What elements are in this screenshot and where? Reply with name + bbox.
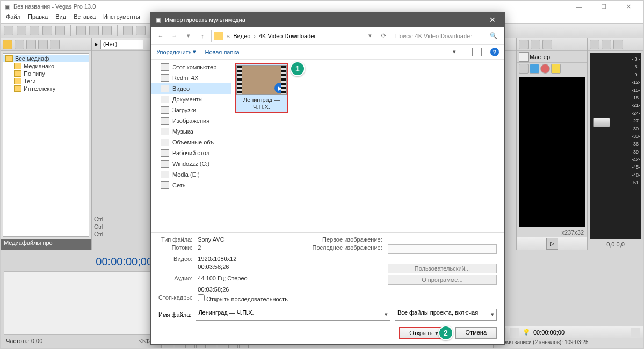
help-icon[interactable]: ? xyxy=(490,48,499,56)
dialog-close-icon[interactable]: ✕ xyxy=(485,16,500,24)
open-icon[interactable] xyxy=(17,26,26,35)
search-icon[interactable]: 🔍 xyxy=(490,32,497,39)
disable-icon[interactable] xyxy=(540,64,550,74)
downmix-icon[interactable] xyxy=(602,40,611,49)
filename-field[interactable]: Ленинград — Ч.П.Х. xyxy=(196,309,390,321)
nav-item-dev[interactable]: Redmi 4X xyxy=(151,72,231,83)
filetype-label: Тип файла: xyxy=(158,236,192,243)
tree-item[interactable]: Теги xyxy=(24,78,35,84)
dialog-titlebar[interactable]: ▣ Импортировать мультимедиа ✕ xyxy=(151,12,504,27)
meter-scale: - 3 -- 6 -- 9 --12--15--18--21--24--27--… xyxy=(632,55,640,187)
menu-file[interactable]: Файл xyxy=(6,13,20,22)
preview-ext-icon[interactable] xyxy=(531,40,540,49)
still-checkbox[interactable]: Открыть последовательность xyxy=(198,294,307,302)
nav-item-vid[interactable]: Видео xyxy=(151,83,231,94)
mute-icon[interactable] xyxy=(530,64,539,74)
volume-slider[interactable] xyxy=(593,118,610,127)
import-icon[interactable] xyxy=(15,40,24,49)
lightning-icon[interactable] xyxy=(3,40,12,49)
nav-item-desk[interactable]: Рабочий стол xyxy=(151,148,231,158)
file-pane[interactable]: ▶ Ленинград —Ч.П.Х. xyxy=(231,60,504,232)
tree-item[interactable]: Медианако xyxy=(24,63,54,69)
insert-icon[interactable] xyxy=(519,64,529,74)
nav-pane[interactable]: Этот компьютерRedmi 4XВидеоДокументыЗагр… xyxy=(151,60,231,232)
nav-item-net[interactable]: Сеть xyxy=(151,180,231,191)
vid-icon xyxy=(161,85,169,92)
chevron-icon[interactable]: « xyxy=(227,33,230,39)
crumb-folder[interactable]: 4K Video Downloader xyxy=(259,33,316,39)
mixer-icon[interactable] xyxy=(590,40,599,49)
tree-item[interactable]: По типу xyxy=(24,70,45,77)
cancel-button[interactable]: Отмена xyxy=(455,327,497,339)
paste-icon[interactable] xyxy=(102,26,112,35)
new-folder-button[interactable]: Новая папка xyxy=(205,49,239,55)
last-image-field[interactable] xyxy=(388,244,497,254)
recent-icon[interactable]: ▾ xyxy=(183,32,194,39)
menu-edit[interactable]: Правка xyxy=(28,13,48,22)
ctrl-labels: Ctrl Ctrl Ctrl xyxy=(92,215,108,238)
about-button[interactable]: О программе... xyxy=(388,275,497,285)
menu-insert[interactable]: Вставка xyxy=(74,13,96,22)
nav-item-mus[interactable]: Музыка xyxy=(151,126,231,137)
nav-item-drv[interactable]: Media (E:) xyxy=(151,169,231,180)
menu-tools[interactable]: Инструменты xyxy=(103,13,140,22)
nav-item-3d[interactable]: Объемные объ xyxy=(151,137,231,148)
chevron-down-icon[interactable]: ▾ xyxy=(453,48,456,55)
up-icon[interactable]: ↑ xyxy=(197,33,208,39)
fx-icon[interactable] xyxy=(519,52,529,62)
close-button[interactable]: ✕ xyxy=(618,3,639,10)
capture-icon[interactable] xyxy=(26,40,36,49)
preview-save-icon[interactable] xyxy=(519,40,529,49)
nav-item-dl[interactable]: Загрузки xyxy=(151,105,231,115)
solo-icon[interactable] xyxy=(551,64,561,74)
nav-item-img[interactable]: Изображения xyxy=(151,115,231,126)
annotation-badge-1: 1 xyxy=(290,61,305,76)
nav-item-pc[interactable]: Этот компьютер xyxy=(151,62,231,72)
undo-icon[interactable] xyxy=(123,26,133,35)
playhead-icon[interactable]: ▸ xyxy=(95,41,98,48)
media-tree[interactable]: Все медиаф Медианако По типу Теги Интелл… xyxy=(3,53,89,237)
refresh-icon[interactable]: ⟳ xyxy=(378,32,389,39)
redo-icon[interactable] xyxy=(136,26,146,35)
copy-icon[interactable] xyxy=(89,26,99,35)
new-icon[interactable] xyxy=(4,26,13,35)
cut-icon[interactable] xyxy=(76,26,86,35)
custom-button[interactable]: Пользовательский... xyxy=(388,264,497,273)
preview-quality-icon[interactable] xyxy=(542,40,552,49)
dl-icon xyxy=(161,106,169,114)
preview-play-icon[interactable]: ▷ xyxy=(546,238,558,250)
save-icon[interactable] xyxy=(30,26,39,35)
tree-item[interactable]: Интеллекту xyxy=(24,85,55,92)
audio-label: Аудио: xyxy=(158,275,192,285)
props-icon[interactable] xyxy=(55,26,65,35)
minimize-button[interactable]: — xyxy=(568,3,590,10)
track-header-area[interactable] xyxy=(4,271,158,335)
file-filter-dropdown[interactable]: Все файлы проекта, включая xyxy=(395,309,497,321)
metronome-icon[interactable] xyxy=(510,328,519,337)
organize-button[interactable]: Упорядочить ▾ xyxy=(156,48,196,55)
breadcrumb[interactable]: « Видео › 4K Video Downloader ▾ xyxy=(211,30,374,42)
net-icon xyxy=(161,181,169,189)
preset-dropdown[interactable]: (Нет) xyxy=(100,40,143,49)
nav-item-drv[interactable]: Windozzz (C:) xyxy=(151,158,231,169)
zoom-icon[interactable] xyxy=(631,328,640,337)
video-file-thumb[interactable]: ▶ Ленинград —Ч.П.Х. xyxy=(235,63,288,113)
crumb-dropdown-icon[interactable]: ▾ xyxy=(368,32,372,39)
menu-view[interactable]: Вид xyxy=(55,13,66,22)
search-input[interactable]: Поиск: 4K Video Downloader 🔍 xyxy=(393,30,500,42)
remove-icon[interactable] xyxy=(50,40,60,49)
preview-pane-icon[interactable] xyxy=(472,48,482,56)
back-icon[interactable]: ← xyxy=(155,33,166,39)
media-icon[interactable] xyxy=(38,40,48,49)
nav-item-doc[interactable]: Документы xyxy=(151,94,231,105)
crumb-video[interactable]: Видео xyxy=(233,33,250,39)
tree-root[interactable]: Все медиаф xyxy=(15,55,49,62)
sequence-checkbox[interactable] xyxy=(198,294,205,301)
dim-icon[interactable] xyxy=(613,40,623,49)
view-mode-icon[interactable] xyxy=(435,48,444,56)
maximize-button[interactable]: ☐ xyxy=(593,3,614,10)
mus-icon xyxy=(161,128,169,135)
render-icon[interactable] xyxy=(42,26,52,35)
media-status: Медиафайлы про xyxy=(1,239,91,250)
forward-icon[interactable]: → xyxy=(169,33,180,39)
